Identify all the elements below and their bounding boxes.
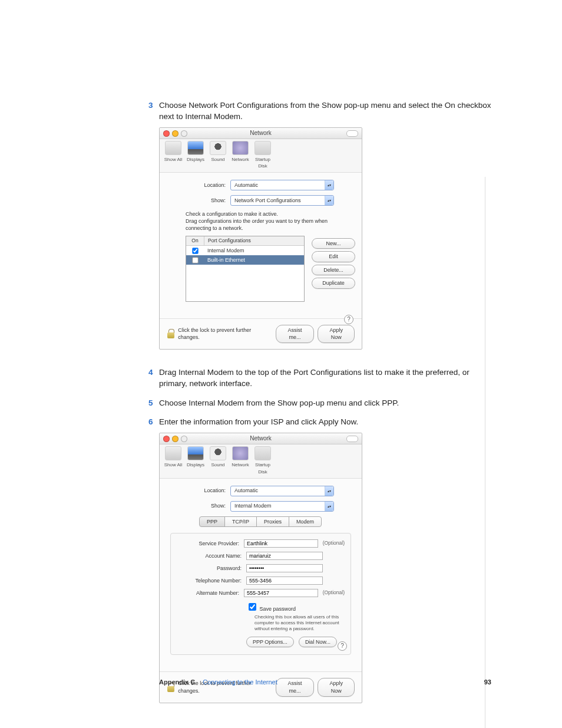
save-password-checkbox[interactable] (249, 603, 256, 611)
service-provider-input[interactable] (244, 539, 318, 548)
new-button[interactable]: New... (312, 238, 355, 249)
password-label: Password: (177, 565, 246, 572)
tb-network[interactable]: Network (230, 446, 251, 475)
step-text: Enter the information from your ISP and … (159, 417, 358, 426)
location-dropdown[interactable]: Automatic ▴▾ (230, 486, 334, 496)
account-name-input[interactable] (246, 552, 323, 560)
col-port-configs: Port Configurations (204, 236, 304, 246)
globe-icon (232, 141, 249, 155)
tab-modem[interactable]: Modem (289, 516, 322, 528)
window-hide-button[interactable] (346, 130, 358, 137)
assist-button[interactable]: Assist me... (276, 325, 315, 343)
save-password-hint: Checking this box allows all users of th… (254, 614, 345, 632)
dropdown-value: Internal Modem (234, 502, 272, 510)
save-password-row[interactable]: Save password (246, 606, 296, 612)
lock-icon[interactable] (167, 329, 174, 338)
disk-icon (254, 446, 271, 460)
lock-text: Click the lock to prevent further change… (178, 327, 269, 341)
tab-tcpip[interactable]: TCP/IP (224, 516, 257, 528)
alternate-input[interactable] (244, 589, 318, 597)
port-name: Built-in Ethernet (204, 256, 304, 264)
chevron-updown-icon: ▴▾ (325, 196, 333, 205)
appendix-label: Appendix C (159, 678, 195, 686)
list-item[interactable]: Internal Modem (186, 246, 304, 255)
step-text: Choose Network Port Configurations from … (159, 101, 491, 121)
tb-show-all[interactable]: Show All (163, 446, 184, 475)
tb-show-all[interactable]: Show All (163, 141, 184, 169)
speaker-icon (210, 141, 226, 155)
window-traffic-lights[interactable] (163, 130, 187, 137)
duplicate-button[interactable]: Duplicate (312, 278, 355, 289)
list-item-selected[interactable]: Built-in Ethernet (186, 255, 304, 265)
page-number: 93 (484, 678, 491, 687)
step-number: 5 (148, 398, 153, 409)
window-titlebar: Network (160, 128, 362, 139)
tb-label: Network (232, 157, 249, 162)
step-6: 6 Enter the information from your ISP an… (159, 417, 491, 720)
tb-sound[interactable]: Sound (207, 141, 229, 169)
step-text: Choose Internal Modem from the Show pop-… (159, 398, 399, 407)
dial-now-button[interactable]: Dial Now... (299, 637, 337, 648)
account-name-label: Account Name: (177, 552, 246, 560)
step-3: 3 Choose Network Port Configurations fro… (159, 100, 491, 367)
display-icon (187, 141, 204, 155)
on-checkbox[interactable] (192, 257, 198, 263)
disk-icon (254, 141, 271, 155)
optional-label: (Optional) (323, 589, 345, 597)
port-config-list[interactable]: On Port Configurations Internal Modem Bu… (186, 236, 305, 302)
tb-label: Startup Disk (255, 462, 270, 474)
step-number: 6 (148, 417, 153, 428)
tb-label: Displays (187, 462, 204, 467)
screenshot-ppp-settings: Network Show All Displays Sound Network … (159, 433, 362, 703)
screenshot-network-ports: Network Show All Displays Sound Network … (159, 127, 362, 350)
edit-button[interactable]: Edit (312, 251, 355, 262)
tb-label: Sound (211, 462, 224, 467)
ppp-options-button[interactable]: PPP Options... (246, 637, 294, 648)
help-button[interactable]: ? (344, 315, 353, 324)
tb-label: Displays (187, 157, 204, 162)
tb-displays[interactable]: Displays (185, 141, 206, 169)
help-button[interactable]: ? (338, 641, 347, 651)
location-label: Location: (167, 182, 230, 189)
prefs-toolbar: Show All Displays Sound Network Startup … (160, 444, 362, 478)
step-number: 3 (148, 100, 153, 111)
show-dropdown[interactable]: Network Port Configurations ▴▾ (230, 195, 334, 206)
window-hide-button[interactable] (346, 436, 358, 442)
tb-displays[interactable]: Displays (185, 446, 206, 475)
alternate-label: Alternate Number: (177, 589, 244, 597)
tb-network[interactable]: Network (230, 141, 251, 169)
tab-ppp[interactable]: PPP (199, 516, 225, 528)
tb-label: Show All (164, 157, 183, 162)
tab-proxies[interactable]: Proxies (256, 516, 289, 528)
show-dropdown[interactable]: Internal Modem ▴▾ (230, 501, 334, 512)
window-title: Network (250, 130, 272, 136)
tb-label: Network (232, 462, 249, 467)
step-4: 4 Drag Internal Modem to the top of the … (159, 367, 491, 398)
save-password-label: Save password (260, 606, 296, 612)
service-provider-label: Service Provider: (177, 540, 244, 548)
page-footer: Appendix C Connecting to the Internet 93 (159, 678, 491, 687)
grid-icon (165, 141, 181, 155)
chevron-updown-icon: ▴▾ (325, 502, 333, 511)
chevron-updown-icon: ▴▾ (325, 486, 333, 496)
dropdown-value: Network Port Configurations (234, 197, 301, 205)
apply-now-button[interactable]: Apply Now (318, 325, 355, 343)
optional-label: (Optional) (323, 540, 345, 547)
col-on: On (186, 236, 204, 246)
step-5: 5 Choose Internal Modem from the Show po… (159, 398, 491, 417)
show-label: Show: (167, 197, 230, 205)
telephone-label: Telephone Number: (177, 577, 246, 585)
on-checkbox[interactable] (192, 248, 198, 253)
window-traffic-lights[interactable] (163, 436, 187, 442)
window-titlebar: Network (160, 433, 362, 444)
speaker-icon (210, 446, 226, 460)
telephone-input[interactable] (246, 577, 323, 585)
password-input[interactable] (246, 564, 323, 572)
location-dropdown[interactable]: Automatic ▴▾ (230, 180, 334, 190)
show-label: Show: (167, 502, 230, 510)
delete-button[interactable]: Delete... (312, 265, 355, 276)
globe-icon (232, 446, 249, 460)
tb-sound[interactable]: Sound (207, 446, 229, 475)
tb-startup-disk[interactable]: Startup Disk (252, 141, 273, 169)
tb-startup-disk[interactable]: Startup Disk (252, 446, 273, 475)
